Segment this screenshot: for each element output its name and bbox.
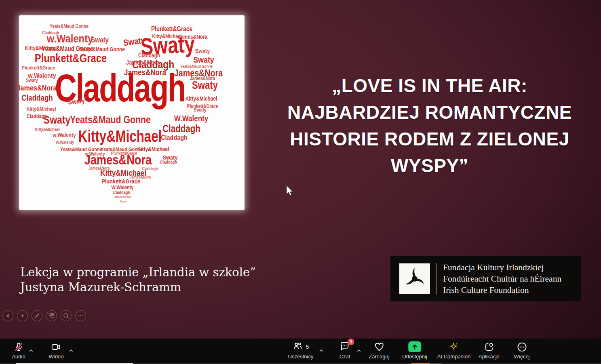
word-cloud-word: Claddagh — [142, 167, 158, 171]
word-cloud-word: W.Walenty — [174, 114, 208, 122]
word-cloud-word: w.Walenty — [53, 132, 76, 138]
more-ellipsis-icon — [517, 341, 527, 352]
word-cloud-word: Kitty&Michael — [78, 128, 162, 144]
word-cloud-word: James&Nora — [114, 196, 131, 199]
slideshow-controls — [2, 310, 86, 321]
word-cloud-word: Claddagh — [162, 124, 200, 134]
participants-label: Uczestnicy — [288, 353, 314, 360]
word-cloud-word: Swaty — [194, 107, 207, 112]
previous-slide-button[interactable] — [2, 310, 13, 321]
react-button[interactable]: Zareaguj — [369, 341, 389, 360]
word-cloud-word: Claddagh — [21, 94, 53, 102]
chat-label: Czat — [340, 353, 350, 360]
foundation-banner: Fundacja Kultury Irlandzkiej Fondúireach… — [390, 256, 581, 301]
credit-line2: Justyna Mazurek-Schramm — [20, 280, 256, 295]
video-camera-icon — [51, 341, 61, 352]
word-cloud-word: Claddagh — [160, 160, 177, 164]
foundation-divider — [436, 263, 437, 295]
word-cloud-word: Swaty — [78, 46, 90, 51]
participants-button[interactable]: 5 Uczestnicy — [288, 341, 314, 360]
word-cloud-word: W.Walenty — [112, 185, 134, 190]
chat-button[interactable]: 3 Czat — [340, 341, 350, 360]
video-label: Wideo — [49, 353, 64, 360]
word-cloud-word: James&Nora — [190, 76, 215, 81]
audio-label: Audio — [12, 353, 25, 360]
slide-credit: Lekcja w programie „Irlandia w szkole” J… — [20, 265, 256, 295]
word-cloud-word: Swaty — [67, 97, 85, 105]
word-cloud-word: Plunkett&Grace — [101, 178, 140, 184]
microphone-muted-icon — [13, 341, 24, 352]
slide-title-line1: „LOVE IS IN THE AIR: — [264, 72, 596, 99]
ai-companion-button[interactable]: AI Companion — [437, 341, 470, 360]
word-cloud-word: Kitty&Michael — [137, 146, 169, 152]
ai-companion-label: AI Companion — [437, 353, 470, 360]
word-cloud-word: w.Walenty — [85, 151, 105, 156]
word-cloud-word: Plunkett&Grace — [151, 26, 192, 32]
presentation-slide: CladdaghSwatyKitty&MichaelJames&NoraYeat… — [0, 0, 601, 364]
more-options-button[interactable] — [75, 310, 86, 321]
foundation-name-ga: Fondúireacht Chultúr na hÉireann — [443, 273, 561, 284]
word-cloud-word: Swaty — [193, 55, 214, 64]
word-cloud-word: Claddagh — [138, 53, 160, 58]
slide-title-line2: NAJBARDZIEJ ROMANTYCZNE — [264, 99, 596, 126]
word-cloud-word: Yeats&Maud Gonne — [50, 24, 89, 29]
word-cloud-word: Claddagh — [27, 114, 47, 119]
participants-chevron-icon[interactable] — [319, 347, 324, 354]
word-cloud-word: James&Nora — [19, 84, 57, 92]
video-chevron-icon[interactable] — [69, 347, 74, 354]
pen-button[interactable] — [32, 310, 42, 321]
word-cloud-word: w.Walenty — [56, 140, 74, 145]
apps-icon — [484, 341, 494, 352]
chat-chevron-icon[interactable] — [356, 347, 361, 354]
apps-label: Aplikacje — [479, 353, 500, 360]
word-cloud-word: Swaty — [91, 36, 109, 44]
credit-line1: Lekcja w programie „Irlandia w szkole” — [20, 265, 256, 280]
audio-button[interactable]: Audio — [12, 341, 25, 360]
triskele-icon — [399, 263, 430, 294]
word-cloud-word: Yeats&Maud Gonne — [180, 65, 213, 69]
word-cloud: CladdaghSwatyKitty&MichaelJames&NoraYeat… — [19, 15, 245, 210]
word-cloud-word: Plunkett&Grace — [35, 53, 107, 64]
participants-count: 5 — [306, 344, 309, 350]
word-cloud-word: Swaty — [192, 80, 218, 91]
word-cloud-word: Kitty&Michael — [26, 106, 56, 112]
word-cloud-word: Plunkett&Grace — [111, 151, 137, 156]
more-button[interactable]: Więcej — [514, 341, 529, 360]
participants-icon — [293, 341, 303, 353]
share-screen-icon — [408, 341, 421, 352]
ai-sparkle-icon — [448, 341, 459, 352]
more-label: Więcej — [514, 353, 529, 360]
chat-unread-badge: 3 — [348, 339, 354, 345]
see-all-slides-button[interactable] — [46, 310, 57, 321]
heart-word-cloud-card: CladdaghSwatyKitty&MichaelJames&NoraYeat… — [19, 15, 245, 210]
audio-chevron-icon[interactable] — [29, 347, 34, 354]
video-button[interactable]: Wideo — [49, 341, 64, 360]
word-cloud-word: James&Nora — [126, 59, 159, 66]
word-cloud-word: Plunkett&Grace — [22, 65, 55, 70]
word-cloud-word: Claddagh — [161, 134, 188, 141]
word-cloud-word: Kitty&Michael — [35, 127, 60, 132]
slide-title-line3: HISTORIE RODEM Z ZIELONEJ — [264, 126, 596, 152]
word-cloud-word: Claddagh — [42, 31, 59, 35]
word-cloud-word: Claddagh — [113, 190, 131, 195]
share-screen-button[interactable]: Udostępnij — [402, 341, 427, 360]
foundation-name-en: Irish Culture Foundation — [443, 284, 561, 296]
meeting-toolbar: Audio Wideo 5 Uczestni — [0, 339, 601, 363]
slide-title-line4: WYSPY” — [264, 152, 596, 179]
word-cloud-word: Swaty — [195, 48, 210, 54]
word-cloud-word: Swaty — [44, 114, 70, 126]
word-cloud-word: Swaty — [120, 200, 127, 203]
foundation-name-pl: Fundacja Kultury Irlandzkiej — [443, 262, 561, 273]
heart-icon — [374, 341, 384, 352]
react-label: Zareaguj — [369, 353, 389, 360]
slide-title: „LOVE IS IN THE AIR: NAJBARDZIEJ ROMANTY… — [264, 72, 596, 179]
share-screen-label: Udostępnij — [402, 353, 427, 360]
chat-bubble-icon: 3 — [340, 341, 350, 353]
word-cloud-word: Kitty&Michael — [186, 96, 217, 101]
zoom-magnifier-button[interactable] — [61, 310, 72, 321]
apps-button[interactable]: Aplikacje — [479, 341, 500, 360]
word-cloud-word: Swaty — [26, 78, 38, 83]
word-cloud-word: Yeats&Maud Gonne — [70, 115, 151, 125]
next-slide-button[interactable] — [17, 310, 28, 321]
word-cloud-word: James&Nora — [124, 68, 166, 76]
